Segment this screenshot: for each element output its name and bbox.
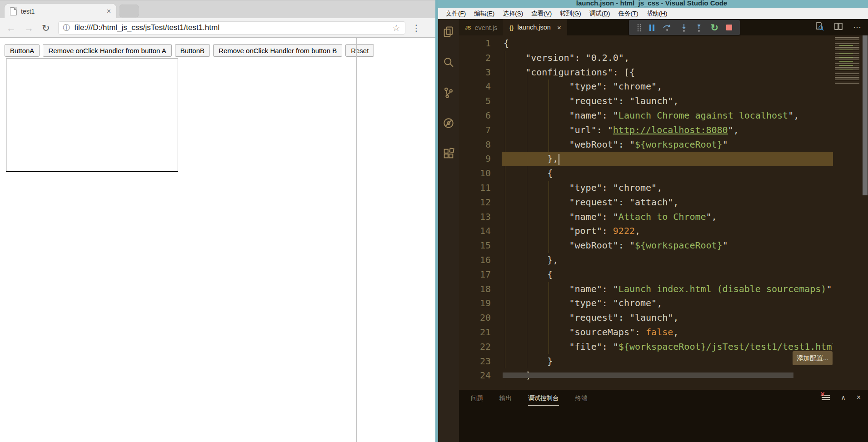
forward-icon[interactable]: → [24,23,34,33]
menu-item[interactable]: 任务(T) [614,10,643,18]
code-token: " [723,240,728,251]
line-number: 18 [459,282,502,297]
code-line-4[interactable]: 4"type": "chrome", [459,79,833,94]
search-icon[interactable] [442,56,455,69]
code-token: 9222 [613,225,635,236]
step-over-button[interactable] [662,23,672,32]
line-number: 24 [459,368,502,383]
code-line-16[interactable]: 16}, [459,253,833,268]
code-line-19[interactable]: 19"type": "chrome", [459,296,833,311]
menu-item[interactable]: 查看(V) [527,10,556,18]
code-lines: 1{2"version": "0.2.0",3"configurations":… [459,36,833,383]
code-line-17[interactable]: 17{ [459,268,833,282]
code-line-21[interactable]: 21"sourceMaps": false, [459,325,833,340]
code-token: ${workspaceRoot} [635,139,723,150]
panel-tab-终端[interactable]: 终端 [575,394,588,406]
bottom-panel: 问题输出调试控制台终端 ✕ ∧ × [459,390,868,442]
menu-item[interactable]: 转到(G) [556,10,585,18]
stop-button[interactable] [726,25,732,30]
editor-tab-launch.json[interactable]: {}launch.json× [503,19,567,35]
pause-button[interactable] [649,25,654,31]
refresh-icon[interactable]: ↻ [42,23,50,33]
menu-item[interactable]: 编辑(E) [470,10,499,18]
page-button-row: ButtonARemove onClick Handler from butto… [5,44,435,57]
line-number: 8 [459,138,502,152]
code-line-2[interactable]: 2"version": "0.2.0", [459,51,833,65]
line-number: 13 [459,210,502,224]
code-line-22[interactable]: 22"file": "${workspaceRoot}/jsTest/test1… [459,340,833,354]
page-button[interactable]: Remove onClick Handler from button A [43,44,171,57]
chrome-browser-window: test1 × ← → ↻ ⓘ file:///D:/html_js_css/j… [0,0,435,442]
scrollbar-thumb[interactable] [863,35,868,195]
code-line-3[interactable]: 3"configurations": [{ [459,65,833,80]
panel-actions: ✕ ∧ × [822,393,861,402]
panel-tab-调试控制台[interactable]: 调试控制台 [528,394,559,406]
menu-item[interactable]: 选择(S) [499,10,527,18]
maximize-panel-icon[interactable]: ∧ [841,394,845,401]
split-editor-icon[interactable] [834,22,843,33]
code-token: ${workspaceRoot} [635,240,723,251]
menu-item[interactable]: 帮助(H) [643,10,672,18]
code-line-11[interactable]: 11"type": "chrome", [459,181,833,195]
code-line-10[interactable]: 10{ [459,166,833,181]
menu-item[interactable]: 调试(D) [585,10,614,18]
address-bar[interactable]: ⓘ file:///D:/html_js_css/jsTest/test1/te… [58,21,405,35]
code-line-5[interactable]: 5"request": "launch", [459,94,833,109]
file-type-icon: {} [509,24,514,31]
more-actions-icon[interactable]: ⋯ [853,22,862,32]
step-out-button[interactable] [695,23,703,32]
code-line-13[interactable]: 13"name": "Attach to Chrome", [459,210,833,224]
line-number: 10 [459,166,502,181]
background-tab-stub[interactable] [120,5,139,17]
page-button[interactable]: Reset [345,44,374,57]
restart-button[interactable]: ↻ [710,23,718,32]
code-line-14[interactable]: 14"port": 9222, [459,224,833,238]
add-configuration-button[interactable]: 添加配置... [793,351,833,365]
code-line-6[interactable]: 6"name": "Launch Chrome against localhos… [459,109,833,123]
browser-menu-icon[interactable]: ⋮ [412,23,421,33]
code-line-8[interactable]: 8"webRoot": "${workspaceRoot}" [459,138,833,152]
tab-close-icon[interactable]: × [107,8,111,15]
horizontal-scrollbar-thumb[interactable] [503,372,793,378]
code-line-15[interactable]: 15"webRoot": "${workspaceRoot}" [459,238,833,253]
bookmark-star-icon[interactable]: ☆ [393,23,400,33]
line-number: 19 [459,296,502,311]
code-line-23[interactable]: 23} [459,354,833,369]
browser-tab-test1[interactable]: test1 × [5,4,116,19]
window-title: launch.json - html_js_css - Visual Studi… [435,0,868,7]
page-info-icon[interactable]: ⓘ [63,23,70,33]
tabbar-actions: ⋯ [815,19,862,35]
extensions-icon[interactable] [442,147,455,160]
panel-tab-问题[interactable]: 问题 [471,394,483,406]
line-number: 17 [459,268,502,282]
close-panel-icon[interactable]: × [857,393,861,402]
menu-item[interactable]: 文件(F) [442,10,470,18]
drag-grip-icon[interactable] [637,24,642,32]
step-into-button[interactable] [680,23,688,32]
vertical-scrollbar[interactable] [862,35,868,390]
explorer-icon[interactable] [442,25,455,38]
back-icon[interactable]: ← [6,23,16,33]
code-line-7[interactable]: 7"url": "http://localhost:8080", [459,123,833,138]
code-line-12[interactable]: 12"request": "attach", [459,195,833,210]
line-number: 5 [459,94,502,109]
page-button[interactable]: ButtonB [175,44,210,57]
editor-tab-event.js[interactable]: JSevent.js [459,20,503,36]
code-editor[interactable]: 1{2"version": "0.2.0",3"configurations":… [459,35,868,390]
code-line-1[interactable]: 1{ [459,36,833,51]
source-control-icon[interactable] [442,86,455,99]
tab-close-icon[interactable]: × [557,24,561,31]
line-number: 1 [459,36,502,51]
minimap[interactable] [833,35,862,390]
code-token: "version": "0.2.0", [525,52,629,63]
clear-console-icon[interactable]: ✕ [822,394,830,401]
page-button[interactable]: ButtonA [5,44,40,57]
page-button[interactable]: Remove onClick Handler from button B [213,44,342,57]
code-line-9[interactable]: 9}, [459,152,833,166]
url-text[interactable]: file:///D:/html_js_css/jsTest/test1/test… [75,23,393,32]
open-preview-icon[interactable] [815,22,824,33]
debug-icon[interactable] [442,117,455,129]
code-line-20[interactable]: 20"request": "launch", [459,311,833,325]
panel-tab-输出[interactable]: 输出 [499,394,512,406]
code-line-18[interactable]: 18"name": "Launch index.html (disable so… [459,282,833,297]
